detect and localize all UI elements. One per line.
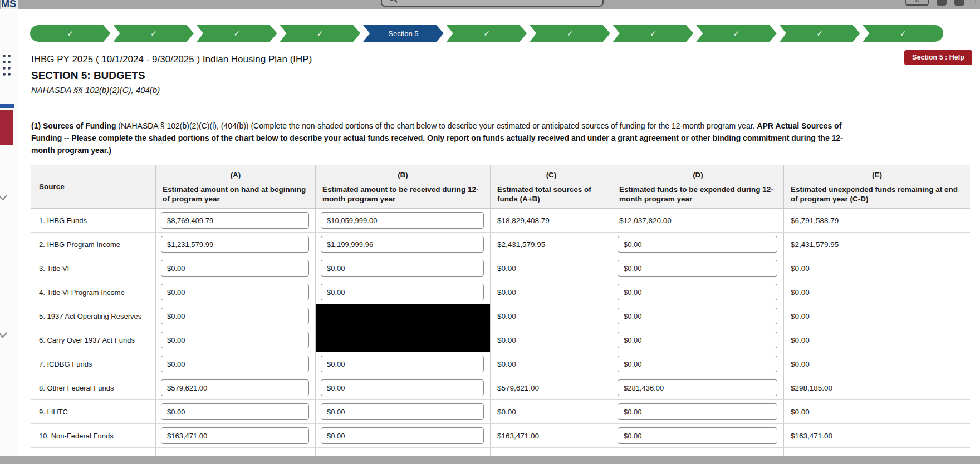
cell-c: $0.00 <box>491 256 612 280</box>
table-row: 7. ICDBG Funds$0.00$0.00 <box>31 352 970 376</box>
checkmark-icon: ✓ <box>816 29 823 38</box>
row-4-col-d-input[interactable] <box>618 284 777 300</box>
cell-e: $163,471.00 <box>784 424 970 447</box>
table-row: 9. LIHTC$0.00$0.00 <box>31 400 970 424</box>
row-3-col-a-input[interactable] <box>161 260 309 277</box>
cell-d <box>612 400 784 423</box>
stepper-segment-4[interactable]: ✓ <box>280 25 361 42</box>
left-edge-strip <box>0 9 17 464</box>
column-header-e: (E)Estimated unexpended funds remaining … <box>784 165 970 208</box>
row-9-col-e-value: $0.00 <box>784 408 810 416</box>
row-9-col-d-input[interactable] <box>618 403 777 420</box>
stepper-segment-2[interactable]: ✓ <box>114 25 194 42</box>
checkmark-icon: ✓ <box>900 29 906 38</box>
stepper-segment-active[interactable]: Section 5 <box>363 25 444 42</box>
column-header-a: (A)Estimated amount on hand at beginning… <box>156 165 316 208</box>
stepper-segment-7[interactable]: ✓ <box>530 25 610 42</box>
stepper-segment-11[interactable]: ✓ <box>863 25 943 42</box>
row-label: 3. Title VI <box>31 256 156 280</box>
stepper-segment-3[interactable]: ✓ <box>197 25 277 42</box>
checkmark-icon: ✓ <box>483 29 490 38</box>
cell-d <box>612 280 784 304</box>
chevron-down-icon[interactable] <box>0 331 8 339</box>
search-input[interactable]: Search... <box>381 0 604 7</box>
row-label: 8. Other Federal Funds <box>31 376 156 399</box>
cell-a <box>156 209 316 232</box>
column-letter: (D) <box>612 165 783 179</box>
row-2-col-b-input[interactable] <box>321 236 484 253</box>
row-label: 5. 1937 Act Operating Reserves <box>31 304 156 328</box>
row-6-col-c-value: $0.00 <box>491 336 516 344</box>
table-row: 6. Carry Over 1937 Act Funds$0.00$0.00 <box>31 328 970 352</box>
row-9-col-a-input[interactable] <box>161 403 309 420</box>
row-5-col-e-value: $0.00 <box>784 312 810 320</box>
page-card: ✓✓✓✓Section 5✓✓✓✓✓✓ IHBG PY 2025 ( 10/1/… <box>17 9 980 464</box>
cell-a <box>156 233 316 256</box>
section-help-button[interactable]: Section 5 : Help <box>904 50 972 65</box>
stepper-segment-10[interactable]: ✓ <box>780 25 860 42</box>
stepper-segment-9[interactable]: ✓ <box>696 25 777 42</box>
checkmark-icon: ✓ <box>733 29 740 38</box>
row-4-col-b-input[interactable] <box>321 284 484 300</box>
row-9-col-b-input[interactable] <box>321 403 484 420</box>
cell-a <box>156 424 316 447</box>
cell-c: $0.00 <box>491 328 612 352</box>
row-10-col-a-input[interactable] <box>161 427 309 444</box>
row-6-col-d-input[interactable] <box>618 332 777 348</box>
column-label: Estimated amount to be received during 1… <box>316 179 490 204</box>
row-2-col-e-value: $2,431,579.95 <box>784 240 839 249</box>
table-row: 3. Title VI$0.00$0.00 <box>31 256 970 280</box>
column-letter: (B) <box>316 165 490 179</box>
column-label: Estimated total sources of funds (A+B) <box>491 179 612 204</box>
more-menu-icon[interactable]: ⋮ <box>972 0 976 6</box>
row-9-col-c-value: $0.00 <box>491 408 516 416</box>
stepper: ✓✓✓✓Section 5✓✓✓✓✓✓ <box>30 25 943 42</box>
row-6-col-a-input[interactable] <box>161 332 309 348</box>
checkmark-icon: ✓ <box>150 29 157 38</box>
chevron-down-icon[interactable] <box>0 194 8 201</box>
row-5-col-d-input[interactable] <box>618 308 777 324</box>
cell-c: $18,829,408.79 <box>491 209 612 232</box>
cell-e: $0.00 <box>784 352 970 376</box>
favorites-icon[interactable]: A <box>905 0 929 6</box>
cell-e: $298,185.00 <box>784 376 970 399</box>
row-label: 9. LIHTC <box>31 400 156 423</box>
column-header-c: (C)Estimated total sources of funds (A+B… <box>491 165 612 208</box>
column-label: Estimated funds to be expended during 12… <box>612 179 783 204</box>
cell-b <box>316 233 491 256</box>
stepper-segment-1[interactable]: ✓ <box>30 25 111 42</box>
row-3-col-d-input[interactable] <box>618 260 777 277</box>
row-8-col-a-input[interactable] <box>161 379 309 396</box>
row-7-col-d-input[interactable] <box>618 356 777 372</box>
table-row: 1. IHBG Funds$18,829,408.79$12,037,820.0… <box>31 209 970 233</box>
row-4-col-a-input[interactable] <box>161 284 309 300</box>
statute-reference: NAHASDA §§ 102(b)(2)(C), 404(b) <box>31 85 160 95</box>
cell-c: $0.00 <box>491 400 612 423</box>
stepper-segment-6[interactable]: ✓ <box>447 25 527 42</box>
cell-c: $579,621.00 <box>491 376 612 399</box>
row-10-col-d-input[interactable] <box>618 427 777 444</box>
cell-d: $12,037,820.00 <box>612 209 784 232</box>
row-3-col-b-input[interactable] <box>321 260 484 277</box>
cell-d <box>612 352 784 376</box>
collections-icon[interactable] <box>937 0 947 6</box>
row-2-col-a-input[interactable] <box>161 236 309 253</box>
row-1-col-a-input[interactable] <box>161 212 309 229</box>
row-5-col-c-value: $0.00 <box>491 312 516 320</box>
row-8-col-b-input[interactable] <box>321 379 484 396</box>
row-10-col-c-value: $163,471.00 <box>491 432 539 440</box>
row-label: 4. Title VI Program Income <box>31 280 156 304</box>
row-1-col-b-input[interactable] <box>321 212 484 229</box>
row-5-col-a-input[interactable] <box>161 308 309 324</box>
row-7-col-b-input[interactable] <box>321 356 484 372</box>
row-2-col-d-input[interactable] <box>618 236 777 253</box>
instructions-body: (NAHASDA § 102(b)(2)(C)(i), (404(b)) (Co… <box>116 121 757 130</box>
row-label: 7. ICDBG Funds <box>31 352 156 376</box>
row-8-col-d-input[interactable] <box>618 379 777 396</box>
stepper-segment-8[interactable]: ✓ <box>613 25 694 42</box>
row-7-col-a-input[interactable] <box>161 356 309 372</box>
row-10-col-b-input[interactable] <box>321 427 484 444</box>
sync-icon[interactable] <box>954 0 964 6</box>
cell-b <box>316 209 491 232</box>
cell-c: $0.00 <box>491 352 612 376</box>
